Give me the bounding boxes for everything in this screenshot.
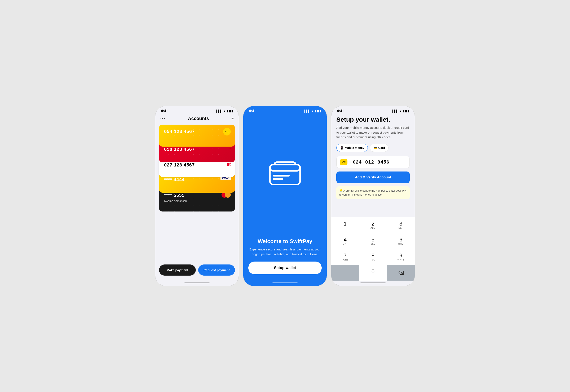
key-8-num: 8 bbox=[372, 253, 375, 258]
welcome-bottom: Welcome to SwiftPay Experience secure an… bbox=[243, 234, 327, 280]
status-bar-3: 9:41 ▌▌▌ ▲ ▮▮▮▮ bbox=[331, 106, 415, 114]
status-bar-2: 9:41 ▌▌▌ ▲ ▮▮▮▮ bbox=[243, 106, 327, 114]
network-badge[interactable]: MTN bbox=[340, 159, 348, 165]
setup-content: Setup your wallet. Add your mobile money… bbox=[331, 114, 415, 217]
card-number-visa: **** 4444 bbox=[164, 177, 230, 182]
welcome-title: Welcome to SwiftPay bbox=[248, 238, 322, 245]
home-indicator-3 bbox=[360, 282, 386, 283]
key-9-num: 9 bbox=[399, 253, 402, 258]
numpad-key-5[interactable]: 5 JKL bbox=[359, 233, 387, 249]
key-4-num: 4 bbox=[344, 237, 347, 242]
numpad-key-7[interactable]: 7 PQRS bbox=[331, 249, 359, 265]
setup-description: Add your mobile money account, debit or … bbox=[336, 126, 410, 140]
status-icons-2: ▌▌▌ ▲ ▮▮▮▮ bbox=[304, 110, 321, 113]
signal-icon-2: ▌▌▌ bbox=[304, 110, 310, 113]
status-icons-1: ▌▌▌ ▲ ▮▮▮▮ bbox=[216, 110, 233, 113]
key-6-letters: MNO bbox=[398, 243, 404, 245]
key-0-num: 0 bbox=[372, 269, 375, 274]
tab-mobile-label: Mobile money bbox=[345, 146, 364, 150]
filter-icon[interactable]: ≡ bbox=[231, 116, 234, 121]
home-indicator-1 bbox=[184, 282, 210, 283]
numpad-key-6[interactable]: 6 MNO bbox=[387, 233, 415, 249]
wifi-icon-2: ▲ bbox=[311, 110, 314, 113]
backspace-icon bbox=[398, 271, 404, 275]
key-4-letters: GHI bbox=[343, 243, 348, 245]
mastercard-logo bbox=[221, 192, 231, 198]
tab-card-label: Card bbox=[378, 146, 385, 150]
setup-title: Setup your wallet. bbox=[336, 116, 410, 123]
chevron-down-icon[interactable]: ▾ bbox=[350, 161, 351, 164]
key-2-letters: ABC bbox=[370, 227, 376, 229]
add-verify-button[interactable]: Add & Verify Account bbox=[336, 171, 410, 183]
key-0-letters bbox=[373, 275, 373, 277]
key-9-letters: WXYZ bbox=[397, 259, 404, 261]
wifi-icon-1: ▲ bbox=[223, 110, 226, 113]
mtn-logo: MTN bbox=[223, 128, 231, 136]
info-box: 💡 A prompt will to sent to the number to… bbox=[336, 186, 410, 199]
payment-tabs: 📱 Mobile money 💳 Card bbox=[336, 144, 410, 152]
svg-rect-3 bbox=[273, 178, 283, 180]
card-number-mc: **** 5555 bbox=[164, 193, 230, 198]
card-holder-name: Kwame Amponsah bbox=[164, 199, 230, 202]
key-6-num: 6 bbox=[399, 237, 402, 242]
signal-icon-3: ▌▌▌ bbox=[392, 110, 398, 113]
key-5-num: 5 bbox=[372, 237, 375, 242]
info-text: 💡 A prompt will to sent to the number to… bbox=[339, 189, 407, 196]
cards-container: 054 123 4567 MTN 050 123 4567 t 027 123 … bbox=[155, 125, 239, 211]
numpad-key-empty bbox=[331, 265, 359, 280]
card-mtn[interactable]: 054 123 4567 MTN bbox=[159, 125, 235, 147]
phone-number-field[interactable] bbox=[353, 159, 412, 165]
wallet-icon bbox=[268, 159, 302, 189]
key-5-letters: JKL bbox=[371, 243, 375, 245]
numpad-key-2[interactable]: 2 ABC bbox=[359, 217, 387, 233]
make-payment-button[interactable]: Make payment bbox=[159, 265, 196, 276]
accounts-top-bar: ··· Accounts ≡ bbox=[155, 114, 239, 125]
setup-wallet-screen: 9:41 ▌▌▌ ▲ ▮▮▮▮ Setup your wallet. Add y… bbox=[331, 106, 415, 286]
menu-dots[interactable]: ··· bbox=[160, 116, 165, 121]
request-payment-button[interactable]: Request payment bbox=[198, 265, 235, 276]
wifi-icon-3: ▲ bbox=[399, 110, 402, 113]
key-3-letters: DEF bbox=[399, 227, 403, 229]
bottom-buttons: Make payment Request payment bbox=[155, 259, 239, 280]
battery-icon-3: ▮▮▮▮ bbox=[403, 110, 409, 113]
numpad: 1 2 ABC 3 DEF 4 GHI 5 JKL 6 MNO bbox=[331, 217, 415, 280]
status-icons-3: ▌▌▌ ▲ ▮▮▮▮ bbox=[392, 110, 409, 113]
numpad-key-4[interactable]: 4 GHI bbox=[331, 233, 359, 249]
backspace-key[interactable] bbox=[387, 265, 415, 280]
accounts-screen: 9:41 ▌▌▌ ▲ ▮▮▮▮ ··· Accounts ≡ 054 123 4… bbox=[155, 106, 239, 286]
key-1-num: 1 bbox=[344, 221, 347, 226]
signal-icon-1: ▌▌▌ bbox=[216, 110, 222, 113]
card-number-at: 027 123 4567 bbox=[164, 162, 230, 168]
key-7-letters: PQRS bbox=[342, 259, 349, 261]
key-7-num: 7 bbox=[344, 253, 347, 258]
battery-icon-1: ▮▮▮▮ bbox=[227, 110, 233, 113]
setup-wallet-button[interactable]: Setup wallet bbox=[248, 262, 322, 274]
numpad-key-1[interactable]: 1 bbox=[331, 217, 359, 233]
phone-input-row: MTN ▾ bbox=[336, 156, 410, 168]
svg-rect-1 bbox=[270, 165, 300, 171]
tab-card[interactable]: 💳 Card bbox=[370, 144, 389, 152]
mobile-icon: 📱 bbox=[340, 146, 343, 150]
home-indicator-2 bbox=[272, 282, 298, 283]
numpad-key-0[interactable]: 0 bbox=[359, 265, 387, 280]
key-2-num: 2 bbox=[372, 221, 375, 226]
time-3: 9:41 bbox=[337, 109, 344, 113]
welcome-screen: 9:41 ▌▌▌ ▲ ▮▮▮▮ Welcome to SwiftPay bbox=[243, 106, 327, 286]
key-empty-num bbox=[344, 270, 346, 276]
key-8-letters: TUV bbox=[371, 259, 376, 261]
svg-rect-0 bbox=[270, 165, 300, 184]
numpad-key-3[interactable]: 3 DEF bbox=[387, 217, 415, 233]
time-2: 9:41 bbox=[249, 109, 256, 113]
card-number-telecel: 050 123 4567 bbox=[164, 147, 230, 152]
battery-icon-2: ▮▮▮▮ bbox=[315, 110, 321, 113]
key-3-num: 3 bbox=[399, 221, 402, 226]
svg-rect-2 bbox=[273, 175, 290, 177]
status-bar-1: 9:41 ▌▌▌ ▲ ▮▮▮▮ bbox=[155, 106, 239, 114]
numpad-key-8[interactable]: 8 TUV bbox=[359, 249, 387, 265]
numpad-key-9[interactable]: 9 WXYZ bbox=[387, 249, 415, 265]
tab-mobile-money[interactable]: 📱 Mobile money bbox=[336, 144, 368, 152]
network-label: MTN bbox=[342, 161, 345, 163]
card-icon: 💳 bbox=[373, 146, 377, 150]
screens-container: 9:41 ▌▌▌ ▲ ▮▮▮▮ ··· Accounts ≡ 054 123 4… bbox=[0, 0, 570, 392]
time-1: 9:41 bbox=[161, 109, 168, 113]
